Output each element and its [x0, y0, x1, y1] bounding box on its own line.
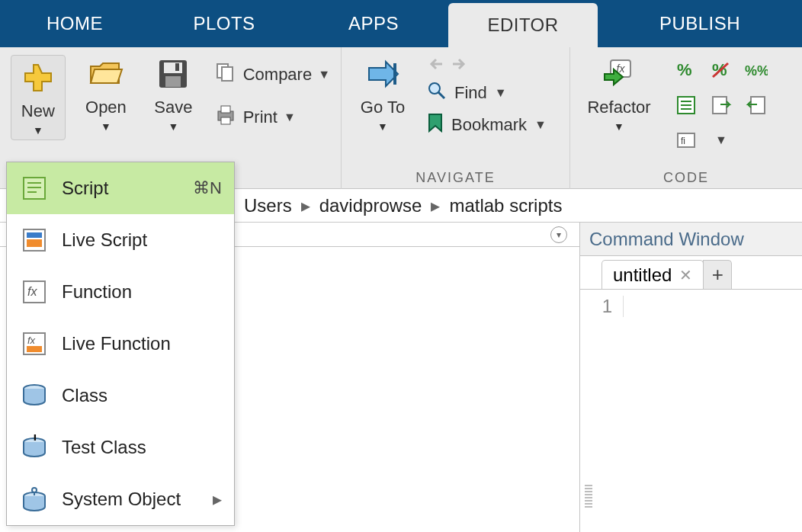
dropdown-icon: ▼ — [33, 124, 43, 136]
top-tabstrip: HOME PLOTS APPS EDITOR PUBLISH — [0, 0, 802, 47]
svg-rect-5 — [222, 67, 233, 81]
save-button[interactable]: Save ▼ — [146, 55, 200, 133]
folder-open-icon — [86, 55, 126, 93]
dropdown-icon: ▼ — [614, 120, 624, 133]
svg-rect-32 — [27, 232, 42, 238]
command-window-title: Command Window — [580, 223, 802, 256]
menu-item-script[interactable]: Script ⌘N — [7, 162, 234, 214]
menu-item-test-class[interactable]: T Test Class — [7, 421, 234, 473]
bookmark-button[interactable]: Bookmark ▼ — [427, 113, 547, 137]
print-button[interactable]: Print ▼ — [214, 102, 330, 133]
refactor-icon: fx — [599, 55, 639, 93]
svg-text:fx: fx — [27, 335, 36, 346]
code-format-icon[interactable]: fi — [671, 125, 701, 155]
svg-rect-1 — [164, 62, 182, 73]
bookmark-icon — [427, 113, 444, 137]
svg-rect-8 — [221, 117, 230, 124]
svg-rect-31 — [27, 239, 42, 247]
dropdown-icon: ▼ — [101, 120, 111, 133]
close-icon[interactable]: ✕ — [679, 266, 692, 284]
menu-item-live-script[interactable]: Live Script — [7, 214, 234, 266]
group-label-code: CODE — [581, 170, 791, 186]
menu-item-function[interactable]: fx Function — [7, 266, 234, 318]
new-button[interactable]: New ▼ — [11, 55, 66, 140]
svg-rect-3 — [175, 63, 179, 71]
line-number: 1 — [580, 296, 623, 317]
indent-right-icon[interactable] — [706, 90, 736, 120]
submenu-arrow-icon: ▸ — [213, 489, 222, 510]
svg-text:T: T — [31, 434, 39, 443]
editor-actions-dropdown[interactable]: ▾ — [550, 226, 567, 243]
dropdown-icon: ▼ — [284, 111, 296, 124]
ribbon-group-code: fx Refactor ▼ % % %% — [570, 47, 802, 189]
open-button[interactable]: Open ▼ — [79, 55, 133, 133]
indent-left-icon[interactable] — [741, 90, 772, 120]
system-object-icon — [19, 484, 50, 514]
new-dropdown-menu: Script ⌘N Live Script fx Function fx Liv… — [6, 162, 235, 526]
command-window-panel: Command Window untitled ✕ + 1 — [579, 223, 802, 532]
code-more-dropdown[interactable]: ▼ — [706, 125, 736, 155]
group-label-navigate: NAVIGATE — [352, 170, 559, 186]
script-icon — [19, 173, 50, 204]
refactor-button[interactable]: fx Refactor ▼ — [581, 55, 657, 133]
nav-back-forward-icon — [427, 55, 470, 73]
dropdown-icon: ▼ — [318, 68, 330, 82]
save-icon — [153, 55, 193, 93]
svg-point-42 — [32, 488, 37, 492]
chevron-right-icon: ▸ — [431, 195, 440, 216]
dropdown-icon: ▼ — [534, 118, 547, 132]
editor-tab-untitled[interactable]: untitled ✕ — [602, 260, 704, 289]
svg-text:fx: fx — [27, 285, 37, 298]
tab-apps[interactable]: APPS — [299, 0, 448, 47]
svg-text:fi: fi — [681, 136, 685, 146]
plus-icon — [18, 59, 58, 97]
svg-rect-2 — [165, 76, 181, 87]
breadcrumb-item[interactable]: davidprowse — [319, 195, 422, 216]
tab-plots[interactable]: PLOTS — [149, 0, 299, 47]
live-script-icon — [19, 225, 50, 255]
code-tools-grid: % % %% — [671, 55, 772, 155]
search-icon — [427, 81, 447, 105]
test-class-icon: T — [19, 432, 50, 463]
comment-percent-icon[interactable]: % — [671, 55, 701, 85]
tab-home[interactable]: HOME — [0, 0, 149, 47]
function-icon: fx — [19, 277, 50, 307]
indent-icon[interactable] — [671, 90, 701, 120]
find-button[interactable]: Find ▼ — [427, 81, 547, 105]
compare-icon — [214, 61, 237, 88]
goto-button[interactable]: Go To ▼ — [352, 55, 413, 133]
drag-handle-icon[interactable] — [585, 485, 592, 509]
class-icon — [19, 380, 50, 411]
dropdown-icon: ▼ — [495, 86, 507, 100]
svg-text:%%: %% — [745, 63, 768, 79]
svg-rect-7 — [221, 106, 230, 113]
goto-icon — [363, 55, 403, 93]
svg-point-10 — [429, 83, 440, 94]
tab-publish[interactable]: PUBLISH — [598, 0, 802, 47]
breadcrumb-item[interactable]: Users — [244, 195, 292, 216]
nav-history-arrows[interactable] — [427, 55, 547, 73]
ribbon-group-navigate: Go To ▼ Find — [342, 47, 570, 189]
menu-item-system-object[interactable]: System Object ▸ — [7, 473, 234, 525]
menu-item-class[interactable]: Class — [7, 370, 234, 421]
editor-tabs: untitled ✕ + — [580, 256, 802, 290]
print-icon — [214, 104, 237, 131]
svg-rect-37 — [27, 346, 42, 352]
menu-shortcut: ⌘N — [193, 178, 222, 198]
menu-item-live-function[interactable]: fx Live Function — [7, 318, 234, 370]
section-percent-icon[interactable]: %% — [741, 55, 772, 85]
chevron-right-icon: ▸ — [301, 195, 310, 216]
uncomment-percent-icon[interactable]: % — [706, 55, 736, 85]
breadcrumb-item[interactable]: matlab scripts — [449, 195, 562, 216]
compare-button[interactable]: Compare ▼ — [214, 59, 330, 90]
tab-editor[interactable]: EDITOR — [448, 3, 598, 47]
svg-line-11 — [438, 92, 444, 98]
new-tab-button[interactable]: + — [703, 260, 732, 289]
live-function-icon: fx — [19, 328, 50, 359]
svg-text:%: % — [677, 60, 692, 79]
dropdown-icon: ▼ — [168, 120, 179, 133]
editor-body[interactable]: 1 — [580, 290, 802, 317]
dropdown-icon: ▼ — [377, 120, 388, 133]
